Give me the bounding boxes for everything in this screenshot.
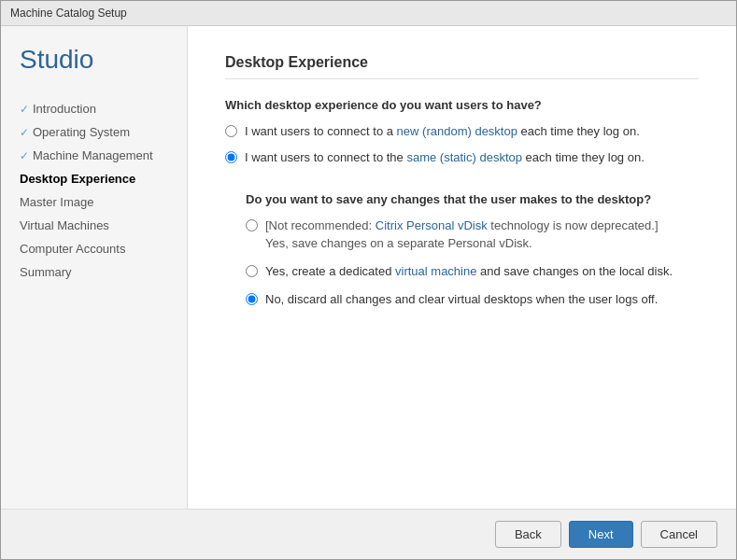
question1: Which desktop experience do you want use… <box>225 98 699 112</box>
radio-static[interactable] <box>225 151 237 163</box>
radio-pvdisk[interactable] <box>246 219 258 231</box>
question2: Do you want to save any changes that the… <box>246 192 699 206</box>
sidebar-title: Studio <box>1 45 187 97</box>
sidebar-item-label: Machine Management <box>33 148 153 162</box>
highlight-new-random: new (random) desktop <box>397 124 517 138</box>
highlight-citrix: Citrix Personal vDisk <box>376 218 488 232</box>
sidebar-item-label: Computer Accounts <box>20 242 125 256</box>
discard-text: No, discard all changes and clear virtua… <box>265 292 658 306</box>
radio-option-static: I want users to connect to the same (sta… <box>225 149 699 166</box>
radio-random[interactable] <box>225 125 237 137</box>
sidebar-item-summary[interactable]: Summary <box>1 260 187 284</box>
sidebar: Studio ✓ Introduction ✓ Operating System… <box>1 26 188 509</box>
sidebar-item-computer-accounts[interactable]: Computer Accounts <box>1 237 187 260</box>
radio-option-discard: No, discard all changes and clear virtua… <box>246 291 699 308</box>
section-title: Desktop Experience <box>225 54 699 79</box>
sidebar-item-label: Operating System <box>33 125 130 139</box>
sidebar-item-introduction[interactable]: ✓ Introduction <box>1 97 187 120</box>
radio-vmdisk[interactable] <box>246 265 258 277</box>
sidebar-item-label: Introduction <box>33 102 96 116</box>
cancel-button[interactable]: Cancel <box>641 521 717 548</box>
sidebar-item-label: Virtual Machines <box>20 218 109 232</box>
window-title: Machine Catalog Setup <box>10 7 127 20</box>
radio-random-label: I want users to connect to a new (random… <box>245 123 640 140</box>
main-window: Machine Catalog Setup Studio ✓ Introduct… <box>0 0 737 560</box>
highlight-vm: virtual machine <box>395 264 476 278</box>
sidebar-item-master-image[interactable]: Master Image <box>1 190 187 214</box>
check-icon: ✓ <box>20 126 29 139</box>
title-bar: Machine Catalog Setup <box>1 1 736 26</box>
content-area: Studio ✓ Introduction ✓ Operating System… <box>1 26 736 509</box>
radio-option-random: I want users to connect to a new (random… <box>225 123 699 140</box>
back-button[interactable]: Back <box>495 521 561 548</box>
sidebar-item-virtual-machines[interactable]: Virtual Machines <box>1 214 187 237</box>
sidebar-item-operating-system[interactable]: ✓ Operating System <box>1 120 187 144</box>
radio-option-pvdisk: [Not recommended: Citrix Personal vDisk … <box>246 217 699 251</box>
next-button[interactable]: Next <box>569 521 633 548</box>
check-icon: ✓ <box>20 149 29 162</box>
check-icon: ✓ <box>20 103 29 116</box>
radio-static-label: I want users to connect to the same (sta… <box>245 149 645 166</box>
radio-discard-label: No, discard all changes and clear virtua… <box>265 291 658 308</box>
sidebar-item-desktop-experience[interactable]: Desktop Experience <box>1 167 187 190</box>
radio-discard[interactable] <box>246 293 258 305</box>
sub-options: [Not recommended: Citrix Personal vDisk … <box>246 217 699 319</box>
deprecated-text: [Not recommended: Citrix Personal vDisk … <box>265 218 659 249</box>
sidebar-item-label: Desktop Experience <box>20 172 135 186</box>
footer: Back Next Cancel <box>1 509 736 559</box>
main-panel: Desktop Experience Which desktop experie… <box>188 26 736 509</box>
highlight-same-static: same (static) desktop <box>406 150 522 164</box>
radio-pvdisk-label: [Not recommended: Citrix Personal vDisk … <box>265 217 659 251</box>
radio-vmdisk-label: Yes, create a dedicated virtual machine … <box>265 263 673 280</box>
radio-option-vmdisk: Yes, create a dedicated virtual machine … <box>246 263 699 280</box>
sidebar-item-label: Summary <box>20 265 72 279</box>
sidebar-item-machine-management[interactable]: ✓ Machine Management <box>1 144 187 167</box>
sidebar-item-label: Master Image <box>20 195 93 209</box>
